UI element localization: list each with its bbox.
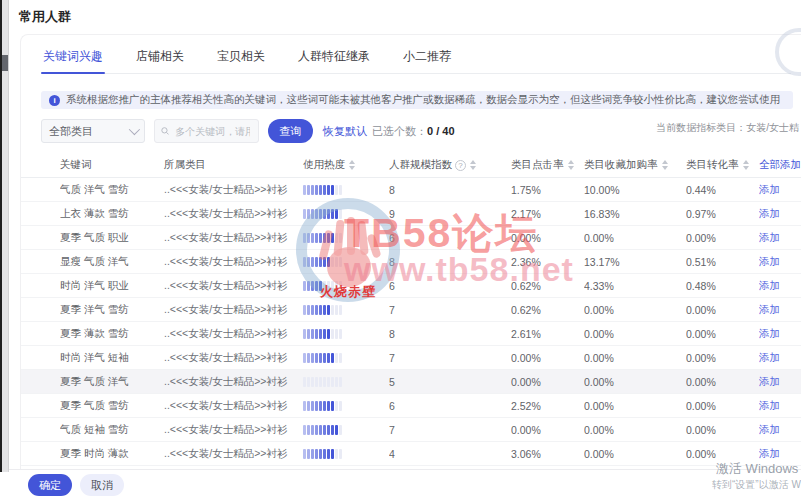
ctr-cell: 2.36%	[511, 256, 584, 268]
add-link[interactable]: 添加	[759, 183, 780, 195]
ctr-cell: 0.00%	[511, 424, 584, 436]
column-header: 所属类目	[164, 158, 303, 172]
add-link[interactable]: 添加	[759, 447, 780, 459]
add-link[interactable]: 添加	[759, 327, 780, 339]
table-row[interactable]: 夏季 气质 职业..<<<女装/女士精品>>衬衫60.00%0.00%0.00%…	[21, 226, 801, 250]
column-header-label: 关键词	[60, 158, 92, 172]
keyword-search-box[interactable]	[154, 119, 259, 143]
table-row[interactable]: 夏季 薄款 雪纺..<<<女装/女士精品>>衬衫82.61%0.00%0.00%…	[21, 322, 801, 346]
help-icon[interactable]: ?	[455, 160, 466, 171]
tab-keyword-interest[interactable]: 关键词兴趣	[41, 45, 105, 74]
table-row[interactable]: 时尚 洋气 职业..<<<女装/女士精品>>衬衫60.62%4.33%0.48%…	[21, 274, 801, 298]
add-link[interactable]: 添加	[759, 351, 780, 363]
action-cell: 添加	[759, 423, 801, 437]
table-header-row: 关键词所属类目使用热度人群规模指数?类目点击率类目收藏加购率类目转化率全部添加全…	[21, 153, 801, 178]
table-row[interactable]: 显瘦 气质 洋气..<<<女装/女士精品>>衬衫82.36%13.17%0.51…	[21, 250, 801, 274]
audience-index-cell: 6	[389, 232, 511, 244]
table-row[interactable]: 夏季 气质 洋气..<<<女装/女士精品>>衬衫50.00%0.00%0.00%…	[21, 370, 801, 394]
heat-cell	[303, 353, 389, 363]
ctr-cell: 2.61%	[511, 328, 584, 340]
category-cell: ..<<<女装/女士精品>>衬衫	[164, 399, 303, 413]
table-row[interactable]: 夏季 洋气 雪纺..<<<女装/女士精品>>衬衫70.62%0.00%0.00%…	[21, 298, 801, 322]
sort-icon[interactable]	[349, 160, 355, 170]
action-cell: 添加	[759, 279, 801, 293]
window-scrollbar-thumb[interactable]	[2, 55, 8, 71]
page-title: 常用人群	[19, 8, 71, 26]
cvr-cell: 0.00%	[686, 304, 759, 316]
ctr-cell: 0.62%	[511, 280, 584, 292]
query-button[interactable]: 查询	[268, 119, 313, 143]
table-row[interactable]: 夏季 气质 雪纺..<<<女装/女士精品>>衬衫62.52%0.00%0.00%…	[21, 394, 801, 418]
sort-icon[interactable]	[662, 160, 668, 170]
audience-index-cell: 9	[389, 208, 511, 220]
cvr-cell: 0.00%	[686, 424, 759, 436]
tab-audience-inherit[interactable]: 人群特征继承	[296, 45, 372, 74]
cancel-button[interactable]: 取消	[80, 474, 124, 496]
heat-bar	[303, 281, 389, 291]
selected-count: 已选个数：0 / 40	[372, 124, 455, 139]
add-all-link[interactable]: 全部添加	[759, 158, 801, 172]
table-row[interactable]: 时尚 洋气 短袖..<<<女装/女士精品>>衬衫70.00%0.00%0.00%…	[21, 346, 801, 370]
column-header-label: 使用热度	[303, 158, 345, 172]
bulk-actions: 全部添加全部移除	[759, 158, 801, 172]
sort-icon[interactable]	[743, 160, 749, 170]
table-row[interactable]: 上衣 薄款 雪纺..<<<女装/女士精品>>衬衫92.17%16.83%0.97…	[21, 202, 801, 226]
keyword-cell: 时尚 洋气 短袖	[60, 351, 164, 365]
table-row[interactable]: 气质 洋气 雪纺..<<<女装/女士精品>>衬衫81.75%10.00%0.44…	[21, 178, 801, 202]
table-body: 气质 洋气 雪纺..<<<女装/女士精品>>衬衫81.75%10.00%0.44…	[21, 178, 801, 500]
dialog-common-audience: 常用人群 关键词兴趣店铺相关宝贝相关人群特征继承小二推荐 i 系统根据您推广的主…	[9, 0, 801, 500]
sort-icon[interactable]	[470, 160, 476, 170]
heat-cell	[303, 305, 389, 315]
add-link[interactable]: 添加	[759, 423, 780, 435]
add-link[interactable]: 添加	[759, 279, 780, 291]
fav-cart-rate-cell: 0.00%	[584, 232, 686, 244]
category-dropdown-value: 全部类目	[49, 124, 93, 139]
audience-index-cell: 7	[389, 304, 511, 316]
tab-item-related[interactable]: 宝贝相关	[215, 45, 267, 74]
add-link[interactable]: 添加	[759, 207, 780, 219]
heat-cell	[303, 449, 389, 459]
fav-cart-rate-cell: 10.00%	[584, 184, 686, 196]
audience-index-cell: 8	[389, 184, 511, 196]
category-cell: ..<<<女装/女士精品>>衬衫	[164, 207, 303, 221]
info-icon: i	[49, 95, 60, 106]
heat-cell	[303, 209, 389, 219]
heat-cell	[303, 233, 389, 243]
add-link[interactable]: 添加	[759, 255, 780, 267]
action-cell: 添加	[759, 231, 801, 245]
heat-bar	[303, 401, 389, 411]
column-header[interactable]: 人群规模指数?	[389, 158, 511, 172]
table-row[interactable]: 气质 短袖 雪纺..<<<女装/女士精品>>衬衫70.00%0.00%0.00%…	[21, 418, 801, 442]
audience-index-cell: 4	[389, 448, 511, 460]
fav-cart-rate-cell: 0.00%	[584, 400, 686, 412]
column-header[interactable]: 类目转化率	[686, 158, 759, 172]
cvr-cell: 0.51%	[686, 256, 759, 268]
category-cell: ..<<<女装/女士精品>>衬衫	[164, 279, 303, 293]
keyword-search-input[interactable]	[173, 125, 252, 138]
action-cell: 添加	[759, 183, 801, 197]
table-row[interactable]: 夏季 时尚 薄款..<<<女装/女士精品>>衬衫43.06%0.00%0.00%…	[21, 442, 801, 466]
footer-bar: 确定 取消	[9, 469, 801, 500]
ctr-cell: 0.00%	[511, 352, 584, 364]
add-link[interactable]: 添加	[759, 399, 780, 411]
cvr-cell: 0.00%	[686, 376, 759, 388]
action-cell: 添加	[759, 327, 801, 341]
keyword-cell: 时尚 洋气 职业	[60, 279, 164, 293]
confirm-button[interactable]: 确定	[28, 474, 72, 496]
add-link[interactable]: 添加	[759, 375, 780, 387]
reset-default-link[interactable]: 恢复默认	[323, 124, 367, 139]
add-link[interactable]: 添加	[759, 231, 780, 243]
heat-bar	[303, 305, 389, 315]
tab-shop-related[interactable]: 店铺相关	[134, 45, 186, 74]
current-metric-category: 当前数据指标类目：女装/女士精	[656, 121, 799, 135]
column-header[interactable]: 类目收藏加购率	[584, 158, 686, 172]
column-header[interactable]: 类目点击率	[511, 158, 584, 172]
add-link[interactable]: 添加	[759, 303, 780, 315]
category-dropdown[interactable]: 全部类目	[41, 119, 145, 143]
fav-cart-rate-cell: 0.00%	[584, 448, 686, 460]
tab-staff-recommend[interactable]: 小二推荐	[401, 45, 453, 74]
fav-cart-rate-cell: 0.00%	[584, 352, 686, 364]
sort-icon[interactable]	[568, 160, 574, 170]
action-cell: 添加	[759, 447, 801, 461]
column-header[interactable]: 使用热度	[303, 158, 389, 172]
